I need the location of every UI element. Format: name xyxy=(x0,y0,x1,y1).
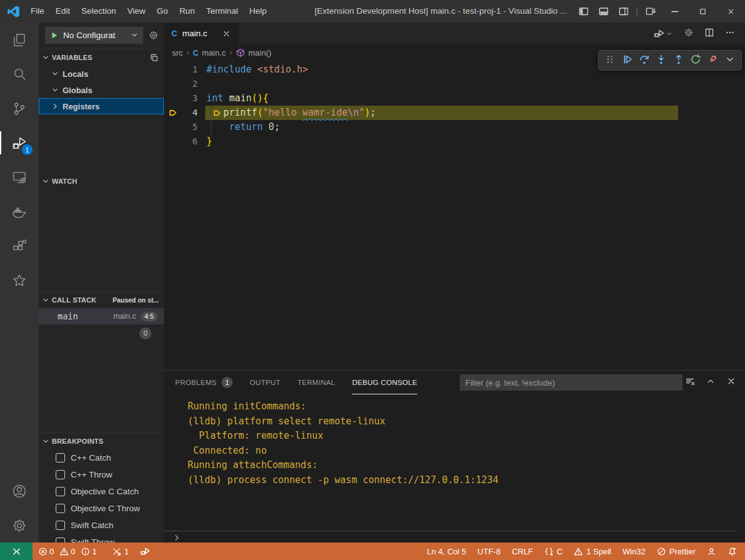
debug-start-status[interactable] xyxy=(134,542,156,560)
clear-console-button[interactable] xyxy=(685,376,695,389)
debug-settings-gear-icon[interactable] xyxy=(148,30,159,41)
panel-tab-output[interactable]: OUTPUT xyxy=(250,371,280,394)
toggle-sidebar-left-button[interactable] xyxy=(574,0,594,22)
menu-file[interactable]: File xyxy=(25,6,50,16)
status-eol[interactable]: CRLF xyxy=(506,542,539,560)
variables-header[interactable]: VARIABLES xyxy=(39,49,164,66)
status-prettier[interactable]: Prettier xyxy=(651,542,701,560)
tools-icon xyxy=(112,547,121,556)
activity-item-source-control[interactable] xyxy=(0,91,39,126)
activity-item-remote-explorer[interactable] xyxy=(0,160,39,194)
tab-main-c[interactable]: C main.c xyxy=(164,22,238,44)
menu-selection[interactable]: Selection xyxy=(76,6,122,16)
activity-item-docker[interactable] xyxy=(0,194,39,229)
menu-view[interactable]: View xyxy=(122,6,151,16)
disconnect-button[interactable] xyxy=(707,54,718,68)
breakpoint-swift-catch[interactable]: Swift Catch xyxy=(39,517,164,534)
step-into-button[interactable] xyxy=(656,54,667,68)
activity-item-settings[interactable] xyxy=(0,508,39,542)
breakpoint-c-throw[interactable]: C++ Throw xyxy=(39,466,164,483)
step-over-button[interactable] xyxy=(639,54,650,68)
panel-tab-problems[interactable]: PROBLEMS1 xyxy=(175,371,233,394)
console-filter-input[interactable] xyxy=(460,374,682,391)
scope-locals[interactable]: Locals xyxy=(39,66,164,82)
continue-button[interactable] xyxy=(622,54,633,68)
debug-config-dropdown[interactable]: No Configurat xyxy=(45,27,143,44)
menu-help[interactable]: Help xyxy=(243,6,272,16)
breakpoint-checkbox[interactable] xyxy=(56,470,65,479)
toolbar-chevron-button[interactable] xyxy=(724,54,736,68)
scope-globals[interactable]: Globals xyxy=(39,82,164,98)
breakpoint-objective-c-throw[interactable]: Objective C Throw xyxy=(39,500,164,517)
maximize-panel-button[interactable] xyxy=(706,376,716,389)
activity-item-extensions[interactable] xyxy=(0,229,39,263)
activity-item-run-and-debug[interactable]: 1 xyxy=(0,126,39,160)
toggle-panel-button[interactable] xyxy=(594,0,614,22)
menu-edit[interactable]: Edit xyxy=(50,6,76,16)
breakpoint-objective-c-catch[interactable]: Objective C Catch xyxy=(39,483,164,500)
status-prettier-label: Prettier xyxy=(669,547,696,556)
run-or-debug-button[interactable] xyxy=(654,28,673,39)
panel-tab-terminal[interactable]: TERMINAL xyxy=(297,371,335,394)
toggle-sidebar-right-button[interactable] xyxy=(614,0,634,22)
breadcrumb-item[interactable]: src xyxy=(172,48,183,58)
problems-status[interactable]: 001 xyxy=(33,542,106,560)
start-debug-icon[interactable] xyxy=(49,31,59,40)
code-token: #include xyxy=(206,62,251,77)
chevron-down-icon xyxy=(666,30,673,38)
breakpoint-c-catch[interactable]: C++ Catch xyxy=(39,449,164,466)
editor-settings-button[interactable] xyxy=(684,28,694,40)
split-editor-button[interactable] xyxy=(704,28,714,40)
activity-item-search[interactable] xyxy=(0,57,39,91)
code-area[interactable]: 1#include <stdio.h>23int main(){4 printf… xyxy=(164,62,745,149)
breakpoints-header[interactable]: BREAKPOINTS xyxy=(39,432,164,449)
step-out-button[interactable] xyxy=(673,54,684,68)
window-title: [Extension Development Host] main.c - te… xyxy=(315,0,567,22)
breakpoint-checkbox[interactable] xyxy=(56,538,65,542)
minimize-icon xyxy=(670,6,680,16)
activity-item-accounts[interactable] xyxy=(0,474,39,508)
call-stack-header[interactable]: CALL STACK Paused on st... xyxy=(39,291,164,308)
breakpoint-checkbox[interactable] xyxy=(56,521,65,530)
toolchain-status[interactable]: 1 xyxy=(106,542,134,560)
debug-console-input[interactable] xyxy=(164,531,735,544)
watch-header[interactable]: WATCH xyxy=(39,172,164,189)
status-notifications[interactable] xyxy=(722,542,742,560)
panel-tab-label: PROBLEMS xyxy=(175,379,216,386)
status-platform[interactable]: Win32 xyxy=(617,542,651,560)
panel-tab-label: OUTPUT xyxy=(250,379,280,386)
menu-terminal[interactable]: Terminal xyxy=(200,6,243,16)
debug-sidebar: No Configurat VARIABLES LocalsGlobalsReg… xyxy=(39,22,164,542)
breadcrumb-item[interactable]: Cmain.c xyxy=(193,48,226,58)
restart-button[interactable] xyxy=(690,54,701,68)
copy-icon[interactable] xyxy=(150,53,159,62)
close-button[interactable] xyxy=(717,0,745,22)
menu-run[interactable]: Run xyxy=(174,6,201,16)
status-language-mode[interactable]: C xyxy=(539,542,568,560)
close-panel-button[interactable] xyxy=(726,376,736,389)
activity-item-explorer[interactable] xyxy=(0,22,39,57)
close-tab-icon[interactable] xyxy=(222,29,231,38)
minimize-button[interactable] xyxy=(661,0,689,22)
status-feedback[interactable] xyxy=(701,542,722,560)
status-cursor-position[interactable]: Ln 4, Col 5 xyxy=(421,542,472,560)
breadcrumb-item[interactable]: main() xyxy=(236,48,271,58)
status-spell-checker[interactable]: 1 Spell xyxy=(568,542,617,560)
panel-tab-debug-console[interactable]: DEBUG CONSOLE xyxy=(352,371,417,394)
code-token: <stdio.h> xyxy=(257,62,308,77)
maximize-button[interactable] xyxy=(689,0,717,22)
activity-item-wamr-ide[interactable] xyxy=(0,263,39,298)
status-encoding[interactable]: UTF-8 xyxy=(472,542,506,560)
menu-go[interactable]: Go xyxy=(151,6,174,16)
breakpoint-swift-throw[interactable]: Swift Throw xyxy=(39,534,164,542)
scope-registers[interactable]: Registers xyxy=(39,98,164,114)
more-actions-button[interactable] xyxy=(725,28,735,40)
code-token xyxy=(263,120,268,134)
toggle-customize-button[interactable] xyxy=(641,0,661,22)
stack-frame-row[interactable]: main main.c 4:5 xyxy=(39,308,164,324)
breakpoint-checkbox[interactable] xyxy=(56,453,65,462)
console-prompt-icon xyxy=(172,533,181,542)
remote-indicator[interactable] xyxy=(0,542,33,560)
breakpoint-checkbox[interactable] xyxy=(56,504,65,513)
breakpoint-checkbox[interactable] xyxy=(56,487,65,496)
